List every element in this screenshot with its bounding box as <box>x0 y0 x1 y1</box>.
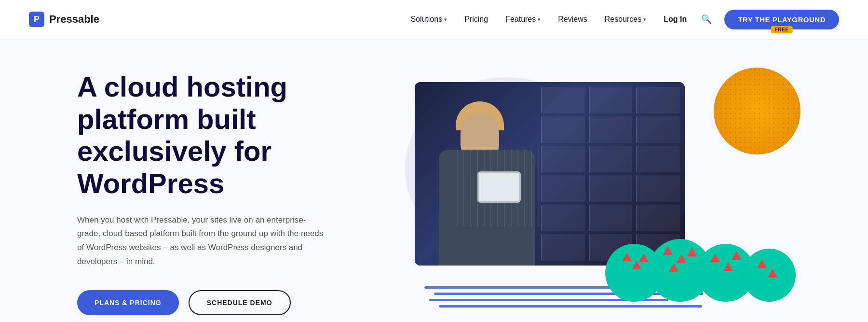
hero-description: When you host with Pressable, your sites… <box>77 213 328 269</box>
nav-item-login[interactable]: Log In <box>657 11 693 28</box>
hero-content: A cloud hosting platform built exclusive… <box>77 71 347 315</box>
triangle-icon <box>732 251 741 260</box>
plans-pricing-button[interactable]: PLANS & PRICING <box>77 290 179 315</box>
nav-item-solutions[interactable]: Solutions ▾ <box>404 11 454 28</box>
triangle-icon <box>677 254 686 263</box>
triangle-icon <box>669 263 678 272</box>
nav-item-resources[interactable]: Resources ▾ <box>598 11 653 28</box>
orange-circle-decoration <box>714 68 800 154</box>
hero-photo <box>415 82 685 266</box>
cloud-decoration <box>605 239 796 302</box>
chevron-down-icon: ▾ <box>444 16 447 23</box>
search-icon[interactable]: 🔍 <box>697 10 716 28</box>
header: P Pressable Solutions ▾ Pricing Features… <box>0 0 868 39</box>
triangle-icon <box>723 262 733 271</box>
schedule-demo-button[interactable]: SCHEDULE DEMO <box>189 290 291 315</box>
logo-name: Pressable <box>49 13 99 26</box>
logo[interactable]: P Pressable <box>29 12 99 27</box>
server-racks <box>536 82 685 266</box>
free-badge: FREE <box>771 26 793 33</box>
triangle-icon <box>639 253 649 262</box>
hero-buttons: PLANS & PRICING SCHEDULE DEMO <box>77 290 347 315</box>
wave-line <box>439 305 702 308</box>
hero-section: A cloud hosting platform built exclusive… <box>0 39 868 322</box>
hero-illustration <box>376 68 810 319</box>
nav-item-reviews[interactable]: Reviews <box>551 11 594 28</box>
hero-title: A cloud hosting platform built exclusive… <box>77 71 347 200</box>
nav-item-features[interactable]: Features ▾ <box>499 11 547 28</box>
triangle-icon <box>710 253 720 262</box>
cloud-bubble <box>743 249 796 302</box>
chevron-down-icon: ▾ <box>643 16 646 23</box>
triangle-icon <box>768 269 777 278</box>
triangle-icon <box>687 248 697 256</box>
person-silhouette <box>429 106 545 266</box>
nav-item-pricing[interactable]: Pricing <box>458 11 495 28</box>
person-tablet <box>477 171 521 203</box>
triangle-icon <box>757 259 767 268</box>
try-playground-button[interactable]: TRY THE PLAYGROUND FREE <box>724 10 839 29</box>
chevron-down-icon: ▾ <box>538 16 541 23</box>
main-nav: Solutions ▾ Pricing Features ▾ Reviews R… <box>404 10 839 29</box>
person-in-datacenter <box>415 82 685 266</box>
triangle-icon <box>622 252 632 261</box>
person-body <box>439 150 535 266</box>
logo-icon: P <box>29 12 44 27</box>
triangle-icon <box>663 246 673 255</box>
